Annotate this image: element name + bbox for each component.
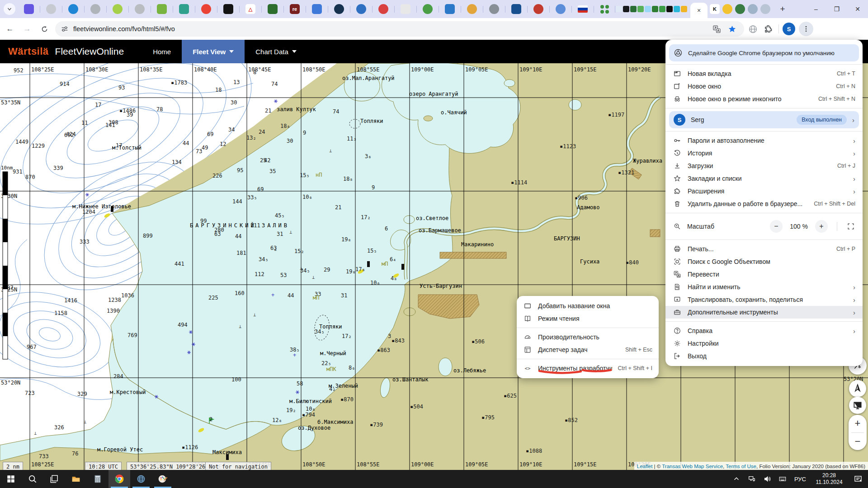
pinned-tab-24[interactable] (556, 4, 566, 14)
taskbar-calculator-icon[interactable] (87, 470, 108, 488)
trailing-tab-3[interactable] (748, 4, 758, 14)
omnibox[interactable]: fleetviewonline.com/fvo/html5/#/fvo (55, 21, 744, 37)
menu-item-g0-2[interactable]: Новое окно в режиме инкогнитоCtrl + Shif… (665, 93, 863, 105)
pinned-tab-10[interactable]: △ (245, 4, 255, 14)
grouped-tab-1[interactable] (623, 6, 629, 12)
pinned-tab-19[interactable] (445, 4, 455, 14)
grouped-tab-8[interactable] (674, 6, 680, 12)
menu-profile-row[interactable]: SSergВход выполнен› (669, 111, 859, 128)
extension-globe-icon[interactable] (746, 22, 760, 36)
fullscreen-button[interactable] (846, 222, 855, 231)
north-compass-button[interactable] (849, 380, 866, 397)
forward-button[interactable]: → (20, 22, 34, 36)
taskbar-explorer-icon[interactable] (65, 470, 87, 488)
menu-item-g2-4[interactable]: Расширения› (665, 185, 863, 197)
extensions-puzzle-icon[interactable] (761, 22, 775, 36)
pinned-tab-0[interactable] (24, 4, 34, 14)
taskbar-taskview-icon[interactable] (43, 470, 65, 488)
pinned-tab-3[interactable] (90, 4, 100, 14)
submenu-item-0[interactable]: Добавить название окна (517, 300, 659, 312)
pinned-tab-21[interactable] (489, 4, 499, 14)
zoom-out-button[interactable]: − (849, 433, 867, 450)
menu-item-g2-2[interactable]: ЗагрузкиCtrl + J (665, 160, 863, 172)
menu-item-g4-0[interactable]: Печать...Ctrl + P (665, 243, 863, 255)
tray-keyboard-icon[interactable] (775, 470, 790, 488)
submenu-item-6[interactable]: <>Инструменты разработчикаCtrl + Shift +… (517, 362, 659, 375)
grouped-tab-2[interactable] (630, 6, 637, 12)
display-settings-button[interactable] (849, 397, 866, 414)
menu-item-g5-2[interactable]: Выход (665, 350, 863, 362)
menu-item-g2-5[interactable]: Удалить данные о работе в браузере...Ctr… (665, 197, 863, 210)
taskbar-paint-icon[interactable] (152, 470, 174, 488)
grouped-tab-7[interactable] (666, 6, 673, 12)
menu-item-g2-1[interactable]: История› (665, 147, 863, 160)
pinned-tab-13[interactable] (312, 4, 322, 14)
taskbar-chrome-app-icon[interactable] (108, 470, 130, 488)
site-nav-fleet-view[interactable]: Fleet View (182, 40, 245, 63)
window-restore-button[interactable]: ❐ (826, 0, 847, 18)
site-nav-home[interactable]: Home (142, 40, 182, 63)
language-indicator[interactable]: РУС (790, 476, 810, 483)
site-nav-chart-data[interactable]: Chart Data (245, 40, 307, 63)
pinned-tab-7[interactable] (179, 4, 189, 14)
profile-avatar[interactable]: S (783, 23, 795, 35)
pinned-tab-12[interactable]: re (290, 4, 300, 14)
zoom-minus-button[interactable]: − (770, 220, 783, 233)
menu-item-g5-0[interactable]: Справка› (665, 324, 863, 337)
menu-item-g2-3[interactable]: Закладки и списки› (665, 172, 863, 185)
grouped-tab-9[interactable] (681, 6, 687, 12)
pinned-tab-17[interactable] (401, 4, 410, 14)
back-button[interactable]: ← (3, 22, 17, 36)
active-tab[interactable]: × (690, 3, 708, 18)
tray-volume-icon[interactable] (760, 470, 775, 488)
submenu-item-1[interactable]: Режим чтения (517, 312, 659, 325)
taskbar-start-icon[interactable] (0, 470, 22, 488)
pinned-tab-20[interactable] (467, 4, 477, 14)
pinned-tab-4[interactable] (113, 4, 123, 14)
url-text[interactable]: fleetviewonline.com/fvo/html5/#/fvo (73, 25, 708, 33)
pinned-tab-15[interactable] (356, 4, 366, 14)
pinned-tab-22[interactable] (511, 4, 521, 14)
pinned-tab-6[interactable] (157, 4, 167, 14)
taskbar-clock[interactable]: 20:28 11.10.2024 (810, 472, 848, 486)
pinned-tab-ru-flag[interactable] (578, 5, 588, 13)
menu-item-g4-2[interactable]: Перевести (665, 268, 863, 281)
window-close-button[interactable]: ✕ (847, 0, 868, 18)
attribution-link[interactable]: Leaflet (637, 464, 653, 469)
bookmark-star-icon[interactable] (725, 22, 739, 36)
tab-search-button[interactable] (4, 3, 15, 15)
submenu-item-3[interactable]: Производительность (517, 331, 659, 343)
menu-item-g4-5[interactable]: Дополнительные инструменты› (665, 306, 863, 319)
taskbar-search-taskbar-icon[interactable] (22, 470, 43, 488)
menu-item-g2-0[interactable]: Пароли и автозаполнение› (665, 134, 863, 147)
pinned-tab-14[interactable] (334, 4, 344, 14)
trailing-tab-1[interactable] (722, 4, 732, 14)
zoom-in-button[interactable]: + (849, 415, 867, 432)
menu-item-g4-4[interactable]: Транслировать, сохранить, поделиться› (665, 293, 863, 306)
menu-item-g4-1[interactable]: Поиск с Google Объективом (665, 255, 863, 268)
pinned-tab-23[interactable] (533, 4, 543, 14)
pinned-tab-11[interactable] (268, 4, 278, 14)
new-tab-button[interactable]: + (776, 3, 789, 15)
attribution-link[interactable]: Transas Web Map Service (662, 464, 723, 469)
trailing-tab-4[interactable] (760, 4, 770, 14)
site-info-icon[interactable] (61, 25, 69, 33)
menu-default-browser-banner[interactable]: Сделайте Google Chrome браузером по умол… (669, 44, 859, 61)
grouped-tab-5[interactable] (652, 6, 658, 12)
menu-item-g0-0[interactable]: Новая вкладкаCtrl + T (665, 67, 863, 80)
tray-chevron-up-icon[interactable] (729, 470, 744, 488)
trailing-tab-0[interactable]: K (710, 4, 720, 14)
zoom-plus-button[interactable]: + (815, 220, 828, 233)
pinned-tab-8[interactable] (201, 4, 211, 14)
pinned-tab-5[interactable] (135, 4, 145, 14)
grouped-tab-0[interactable] (616, 6, 622, 12)
pinned-tab-9[interactable] (223, 4, 233, 14)
translate-toolbar-icon[interactable] (710, 22, 723, 36)
window-minimize-button[interactable]: – (806, 0, 826, 18)
menu-item-g4-3[interactable]: Найти и изменить› (665, 281, 863, 293)
pinned-tab-dots[interactable] (600, 5, 609, 14)
grouped-tab-3[interactable] (637, 6, 644, 12)
pinned-tab-1[interactable] (46, 4, 56, 14)
grouped-tab-4[interactable] (645, 6, 651, 12)
notification-center-button[interactable] (848, 470, 868, 488)
